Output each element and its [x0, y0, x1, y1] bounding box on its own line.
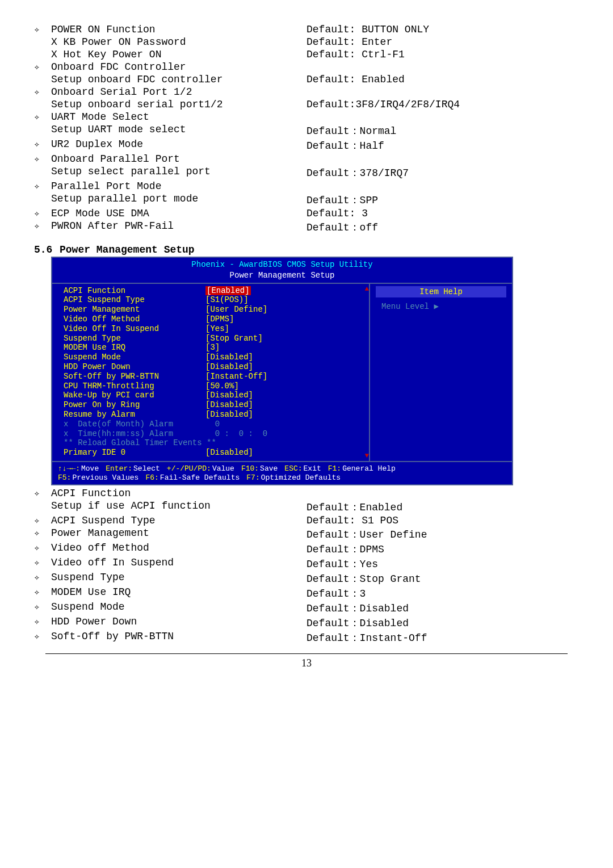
bios-key: Wake-Up by PCI card	[64, 391, 205, 400]
scroll-down-icon: ▼	[365, 452, 369, 460]
setting-default: Default：Normal	[306, 124, 579, 137]
setting-row: ✧UART Mode Select	[34, 111, 579, 123]
footer-key: F10:	[241, 464, 259, 473]
diamond-bullet: ✧	[34, 601, 51, 613]
bios-row: ACPI Function[Enabled]	[64, 286, 363, 296]
setting-label: MODEM Use IRQ	[51, 586, 306, 598]
bios-help-pane: Item Help Menu Level ▶	[370, 284, 512, 461]
setting-row: Setup parallel port modeDefault：SPP	[34, 193, 579, 207]
bios-key: ** Reload Global Timer Events **	[64, 438, 216, 448]
section-number: 5.6	[34, 244, 60, 255]
setting-default: Default: Enter	[306, 36, 579, 48]
bios-row: Soft-Off by PWR-BTTN[Instant-Off]	[64, 372, 363, 381]
bios-screenshot: Phoenix - AwardBIOS CMOS Setup Utility P…	[51, 257, 513, 485]
bios-value: [50.0%]	[205, 381, 239, 391]
footer-value: Select	[133, 464, 160, 473]
diamond-bullet: ✧	[34, 153, 51, 165]
diamond-bullet: ✧	[34, 631, 51, 642]
scroll-up-icon: ▲	[365, 285, 369, 293]
bios-key: Power Management	[64, 305, 205, 315]
bios-value: [Disabled]	[205, 353, 253, 362]
footer-key: F6:	[145, 473, 158, 483]
bios-key: HDD Power Down	[64, 362, 205, 372]
bios-value: [Stop Grant]	[205, 334, 263, 343]
bios-value: [Disabled]	[205, 362, 253, 372]
setting-row: ✧Suspend TypeDefault：Stop Grant	[34, 572, 579, 585]
setting-label: Setup select parallel port	[51, 166, 306, 177]
footer-key: +/-/PU/PD:	[167, 464, 211, 473]
setting-default: Default：Half	[306, 139, 579, 152]
setting-default: Default：Disabled	[306, 601, 579, 615]
setting-default: Default: S1 POS	[306, 515, 579, 526]
bios-settings-pane: ▲ ▼ ACPI Function[Enabled]ACPI Suspend T…	[52, 284, 370, 461]
setting-label: Setup onboard serial port1/2	[51, 99, 306, 110]
bios-footer: ↑↓→←:MoveEnter:Select+/-/PU/PD:ValueF10:…	[52, 461, 512, 484]
bios-row: ** Reload Global Timer Events **	[64, 438, 363, 448]
setting-row: Setup UART mode selectDefault：Normal	[34, 124, 579, 137]
setting-default: Default：DPMS	[306, 542, 579, 556]
bios-key: Resume by Alarm	[64, 410, 205, 420]
bios-value: [Disabled]	[205, 410, 253, 420]
bios-subtitle: Power Management Setup	[52, 271, 512, 284]
diamond-bullet: ✧	[34, 542, 51, 553]
setting-row: X KB Power ON PasswordDefault: Enter	[34, 36, 579, 48]
diamond-bullet: ✧	[34, 616, 51, 627]
setting-label: Onboard Serial Port 1/2	[51, 86, 306, 98]
setting-default: Default：Enabled	[306, 500, 579, 514]
diamond-bullet: ✧	[34, 572, 51, 583]
bios-key: Primary IDE 0	[64, 448, 205, 458]
setting-default: Default：User Define	[306, 527, 579, 541]
bios-row: Suspend Mode[Disabled]	[64, 353, 363, 362]
bios-row: HDD Power Down[Disabled]	[64, 362, 363, 372]
footer-key: F5:	[58, 473, 71, 483]
setting-row: ✧Onboard FDC Controller	[34, 61, 579, 73]
setting-label: Setup UART mode select	[51, 124, 306, 135]
footer-key: F7:	[246, 473, 259, 483]
setting-row: ✧HDD Power DownDefault：Disabled	[34, 616, 579, 630]
bios-key: Video Off Method	[64, 315, 205, 324]
diamond-bullet: ✧	[34, 111, 51, 123]
setting-label: UART Mode Select	[51, 111, 306, 123]
diamond-bullet: ✧	[34, 557, 51, 568]
setting-label: X Hot Key Power ON	[51, 49, 306, 60]
menu-level: Menu Level ▶	[376, 302, 506, 312]
bios-key: x Date(of Month) Alarm	[64, 420, 205, 429]
footer-value: General Help	[342, 464, 396, 473]
setting-row: ✧Suspend ModeDefault：Disabled	[34, 601, 579, 615]
bios-value: 0	[205, 420, 220, 429]
diamond-bullet: ✧	[34, 586, 51, 598]
bios-key: CPU THRM-Throttling	[64, 381, 205, 391]
setting-label: ACPI Suspend Type	[51, 515, 306, 526]
bios-value: [Enabled]	[205, 286, 251, 296]
setting-row: Setup select parallel portDefault：378/IR…	[34, 166, 579, 179]
setting-label: UR2 Duplex Mode	[51, 139, 306, 150]
setting-row: ✧Onboard Parallel Port	[34, 153, 579, 165]
bios-value: [Disabled]	[205, 400, 253, 410]
setting-label: Video off Method	[51, 542, 306, 553]
setting-row: ✧Video off MethodDefault：DPMS	[34, 542, 579, 556]
footer-value: Save	[260, 464, 278, 473]
diamond-bullet: ✧	[34, 139, 51, 150]
setting-default: Default：Yes	[306, 557, 579, 571]
setting-row: ✧Parallel Port Mode	[34, 181, 579, 192]
setting-default: Default: BUTTON ONLY	[306, 24, 579, 35]
bios-row: Video Off In Suspend[Yes]	[64, 324, 363, 334]
bios-value: [Disabled]	[205, 448, 253, 458]
setting-row: ✧Power ManagementDefault：User Define	[34, 527, 579, 541]
setting-row: Setup onboard FDC controllerDefault: Ena…	[34, 74, 579, 85]
setting-label: Soft-Off by PWR-BTTN	[51, 631, 306, 642]
setting-label: Onboard Parallel Port	[51, 153, 306, 165]
bios-row: Primary IDE 0[Disabled]	[64, 448, 363, 458]
setting-row: ✧UR2 Duplex ModeDefault：Half	[34, 139, 579, 152]
setting-default: Default: 3	[306, 208, 579, 219]
diamond-bullet: ✧	[34, 86, 51, 98]
footer-value: Optimized Defaults	[261, 473, 341, 483]
item-help-header: Item Help	[376, 286, 506, 298]
setting-label: Suspend Type	[51, 572, 306, 583]
diamond-bullet: ✧	[34, 488, 51, 499]
bios-row: Power On by Ring[Disabled]	[64, 400, 363, 410]
setting-row: Setup onboard serial port1/2Default:3F8/…	[34, 99, 579, 110]
setting-label: Parallel Port Mode	[51, 181, 306, 192]
footer-value: Exit	[304, 464, 321, 473]
footer-value: Move	[81, 464, 99, 473]
